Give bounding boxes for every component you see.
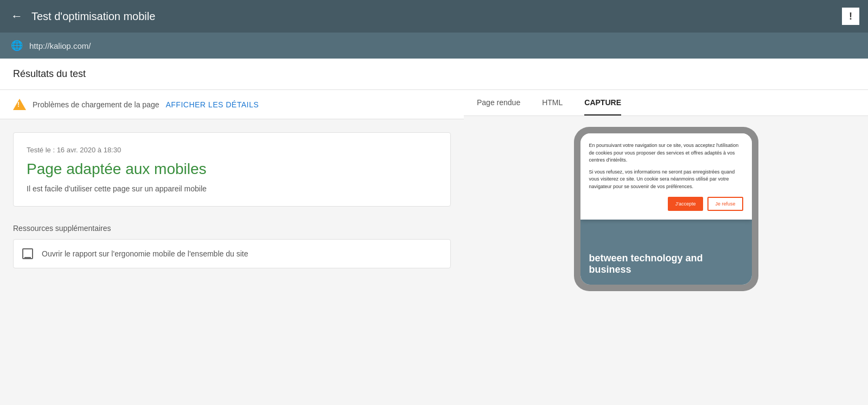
- warning-text: Problèmes de chargement de la page: [33, 100, 159, 109]
- cookie-banner: En poursuivant votre navigation sur ce s…: [580, 133, 752, 220]
- tab-page-rendue[interactable]: Page rendue: [477, 90, 520, 115]
- device-screen: En poursuivant votre navigation sur ce s…: [580, 133, 752, 285]
- left-panel: Problèmes de chargement de la page AFFIC…: [0, 90, 464, 405]
- resource-text: Ouvrir le rapport sur l'ergonomie mobile…: [42, 249, 248, 258]
- additional-resources: Ressources supplémentaires Ouvrir le rap…: [0, 220, 464, 277]
- tab-html[interactable]: HTML: [542, 90, 563, 115]
- results-header: Résultats du test: [0, 59, 868, 90]
- result-card: Testé le : 16 avr. 2020 à 18:30 Page ada…: [13, 132, 451, 207]
- additional-resources-heading: Ressources supplémentaires: [13, 224, 451, 233]
- warning-bar: Problèmes de chargement de la page AFFIC…: [0, 90, 464, 119]
- url-bar: 🌐 http://kaliop.com/: [0, 33, 868, 59]
- tab-capture[interactable]: CAPTURE: [584, 90, 621, 115]
- right-panel: Page rendue HTML CAPTURE En poursuivant …: [464, 90, 868, 405]
- accept-button[interactable]: J'accepte: [668, 197, 704, 211]
- header: ← Test d'optimisation mobile !: [0, 0, 868, 33]
- resource-item[interactable]: Ouvrir le rapport sur l'ergonomie mobile…: [13, 239, 451, 268]
- right-panel-tabs: Page rendue HTML CAPTURE: [464, 90, 868, 116]
- back-button[interactable]: ←: [11, 9, 23, 23]
- page-title: Test d'optimisation mobile: [31, 10, 155, 23]
- refuse-button[interactable]: Je refuse: [707, 197, 743, 211]
- website-content: between technology and business: [580, 220, 752, 285]
- report-icon: [22, 248, 33, 259]
- cookie-text-1: En poursuivant votre navigation sur ce s…: [589, 142, 743, 164]
- globe-icon: 🌐: [11, 40, 23, 52]
- cookie-buttons: J'accepte Je refuse: [589, 197, 743, 211]
- warning-icon: [13, 99, 26, 110]
- url-text: http://kaliop.com/: [29, 41, 91, 50]
- afficher-details-link[interactable]: AFFICHER LES DÉTAILS: [165, 100, 259, 109]
- result-title: Page adaptée aux mobiles: [27, 160, 437, 178]
- cookie-text-2: Si vous refusez, vos informations ne ser…: [589, 169, 743, 191]
- results-title: Résultats du test: [13, 68, 855, 80]
- website-tagline: between technology and business: [589, 253, 743, 276]
- feedback-button[interactable]: !: [842, 8, 859, 25]
- result-description: Il est facile d'utiliser cette page sur …: [27, 184, 437, 193]
- test-date: Testé le : 16 avr. 2020 à 18:30: [27, 146, 437, 154]
- device-preview-container: En poursuivant votre navigation sur ce s…: [464, 116, 868, 405]
- device-frame: En poursuivant votre navigation sur ce s…: [574, 127, 758, 291]
- main-content: Problèmes de chargement de la page AFFIC…: [0, 90, 868, 405]
